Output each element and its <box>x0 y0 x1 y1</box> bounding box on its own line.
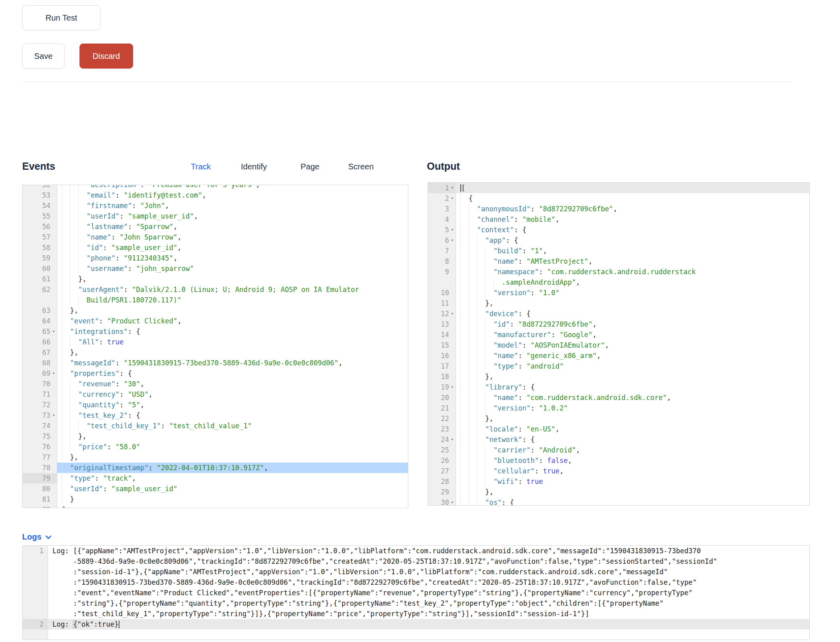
code-token: "1" <box>531 247 543 255</box>
line-number <box>23 556 48 567</box>
code-token: "channel" <box>477 215 514 223</box>
output-code-editor[interactable]: 1▾[2▾{3"anonymousId": "8d872292709c6fbe"… <box>428 182 810 506</box>
code-token: "device" <box>485 310 518 318</box>
code-token: : { <box>522 383 535 391</box>
code-token: , <box>173 223 177 231</box>
code-token: } <box>70 495 74 503</box>
save-button[interactable]: Save <box>22 44 65 69</box>
code-line: 24▾"network": { <box>428 434 809 445</box>
code-line: 27"cellular": true, <box>428 466 809 476</box>
code-token: : <box>119 401 127 409</box>
line-number: 71 <box>23 389 57 400</box>
code-token: , <box>593 320 597 328</box>
events-code-editor[interactable]: 52"description": "Premium user for 5 yea… <box>22 185 408 508</box>
code-line: 73▾"test_key_2": { <box>23 410 408 421</box>
line-number: 25 <box>428 445 456 455</box>
code-token: "8d872292709c6fbe" <box>539 205 613 213</box>
run-test-button[interactable]: Run Test <box>22 5 100 30</box>
code-token: : <box>531 289 539 297</box>
code-line: 61}, <box>23 274 408 284</box>
logs-code-editor[interactable]: 1Log: [{"appName":"AMTestProject","appVe… <box>22 545 810 640</box>
line-number <box>428 277 456 288</box>
code-token: : <box>161 422 169 430</box>
code-token: : { <box>119 369 132 377</box>
code-line: Build/PSR1.180720.117)" <box>23 295 408 305</box>
line-number: 66 <box>23 337 57 347</box>
code-token: : <box>128 223 136 231</box>
code-token: : <box>119 390 127 398</box>
code-token: :"session-id-1"},{"appName":"AMTestProje… <box>52 568 668 576</box>
code-token: "sample_user_id" <box>128 212 194 220</box>
fold-arrow-icon[interactable]: ▾ <box>449 497 456 506</box>
fold-arrow-icon[interactable]: ▾ <box>449 183 456 193</box>
code-token: : <box>522 341 531 349</box>
line-number: 11 <box>428 298 456 308</box>
fold-arrow-icon[interactable]: ▾ <box>50 326 57 337</box>
code-line: 58"id": "sample_user_id", <box>23 242 408 253</box>
fold-arrow-icon[interactable]: ▾ <box>449 193 456 204</box>
code-token: : <box>518 257 526 265</box>
code-token: : <box>551 331 559 339</box>
code-line: 59"phone": "9112340345", <box>23 253 408 263</box>
fold-arrow-icon[interactable]: ▾ <box>50 368 57 379</box>
discard-button[interactable]: Discard <box>79 44 133 69</box>
code-token: "network" <box>485 436 522 444</box>
code-line: 11}, <box>428 298 809 308</box>
fold-arrow-icon[interactable]: ▾ <box>449 225 456 235</box>
code-line: 62"userAgent": "Dalvik/2.1.0 (Linux; U; … <box>23 284 408 295</box>
code-token: : { <box>501 498 514 506</box>
tab-screen[interactable]: Screen <box>348 162 374 171</box>
tab-track[interactable]: Track <box>191 162 211 171</box>
code-token: "1.0" <box>539 289 559 297</box>
code-token: "Google" <box>560 331 593 339</box>
code-token: :"1590431830915-73bed370-5889-436d-9a9e-… <box>52 578 697 586</box>
code-token: : <box>103 244 111 252</box>
code-line: :"test_child_key_1","propertyType":"stri… <box>23 609 809 619</box>
code-token: "version" <box>493 404 531 412</box>
fold-arrow-icon[interactable]: ▾ <box>449 382 456 392</box>
code-line: 67}, <box>23 347 408 358</box>
code-token: "namespace" <box>493 268 539 276</box>
code-token: }, <box>70 306 78 315</box>
code-token: "anonymousId" <box>477 205 531 213</box>
line-number: 72 <box>23 400 57 410</box>
line-number: 53 <box>23 190 57 200</box>
code-token: }, <box>78 275 86 283</box>
code-token: }, <box>70 453 78 461</box>
code-line: 29}, <box>428 487 809 497</box>
code-line: 53"email": "identify@test.com", <box>23 190 408 200</box>
line-number: 4 <box>428 214 456 225</box>
line-number <box>23 598 48 609</box>
line-number: 9 <box>428 267 456 277</box>
code-token: "name" <box>493 394 518 402</box>
code-token: : <box>103 485 111 493</box>
code-line: 75}, <box>23 431 408 442</box>
code-token: : <box>107 443 115 451</box>
tab-identify[interactable]: Identify <box>241 162 267 171</box>
line-number: 10 <box>428 288 456 298</box>
code-line: 70"revenue": "30", <box>23 379 408 389</box>
code-token: "userAgent" <box>78 286 124 294</box>
code-token: "type" <box>70 474 94 482</box>
code-token: { <box>468 194 472 202</box>
line-number: 1 <box>23 546 48 556</box>
tab-page[interactable]: Page <box>301 162 320 171</box>
line-number: 77 <box>23 452 57 463</box>
code-line: 68"messageId": "1590431830915-73bed370-5… <box>23 358 408 368</box>
code-token: : <box>518 425 526 433</box>
code-token: : { <box>506 236 518 244</box>
code-token: : <box>539 456 547 465</box>
code-line: 65▾"integrations": { <box>23 326 408 337</box>
code-token: : <box>531 404 539 412</box>
fold-arrow-icon[interactable]: ▾ <box>449 308 456 319</box>
logs-toggle[interactable]: Logs <box>22 532 52 542</box>
line-number <box>23 609 48 619</box>
code-token: , <box>576 446 580 454</box>
code-line: 5▾"context": { <box>428 225 809 235</box>
fold-arrow-icon[interactable]: ▾ <box>449 434 456 445</box>
code-token: : <box>99 317 107 325</box>
fold-arrow-icon[interactable]: ▾ <box>50 410 57 421</box>
code-token: }, <box>485 488 493 496</box>
line-number: 81 <box>23 494 57 504</box>
fold-arrow-icon[interactable]: ▾ <box>449 235 456 246</box>
